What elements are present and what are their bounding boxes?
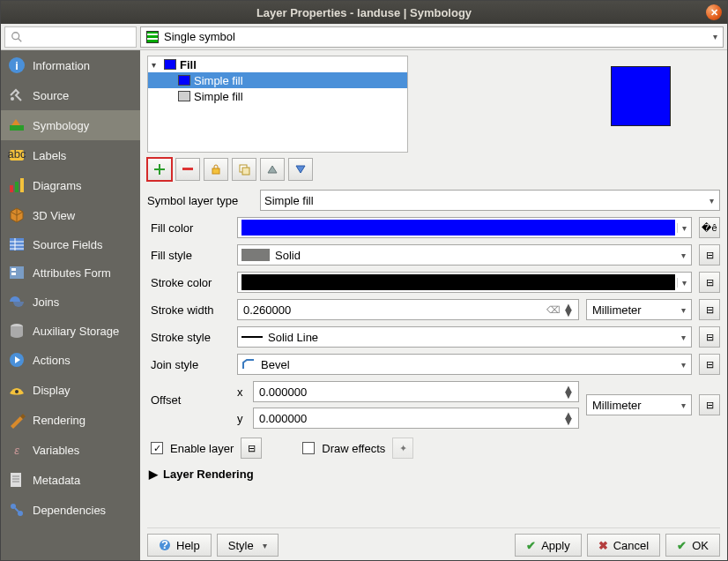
window-title: Layer Properties - landuse | Symbology	[256, 6, 472, 19]
offset-y-input[interactable]: ▲▼	[253, 408, 579, 429]
svg-rect-14	[11, 273, 16, 275]
svg-rect-22	[182, 168, 193, 170]
sidebar-item-labels[interactable]: abcLabels	[1, 140, 140, 170]
join-style-label: Join style	[147, 358, 230, 371]
svg-text:?: ?	[161, 539, 168, 551]
stroke-width-unit[interactable]: Millimeter	[586, 299, 692, 320]
stroke-style-label: Stroke style	[147, 331, 230, 344]
sidebar-item-label: Auxiliary Storage	[33, 325, 119, 337]
join-style-select[interactable]: Bevel	[237, 354, 692, 375]
diagrams-icon	[8, 176, 26, 194]
sidebar-item-rendering[interactable]: Rendering	[1, 405, 140, 435]
stroke-color-label: Stroke color	[147, 276, 230, 289]
svg-rect-25	[242, 168, 249, 175]
disclosure-icon: ▶	[149, 468, 158, 481]
source-fields-icon	[8, 236, 26, 253]
sidebar-item-metadata[interactable]: Metadata	[1, 465, 140, 495]
sidebar-item-source[interactable]: Source	[1, 80, 140, 110]
cancel-button[interactable]: ✖ Cancel	[587, 534, 660, 557]
svg-rect-5	[10, 125, 24, 131]
svg-text:abc: abc	[8, 147, 26, 161]
lock-layer-button[interactable]	[204, 158, 228, 181]
apply-button[interactable]: ✔ Apply	[515, 534, 582, 557]
sidebar-item-label: Variables	[33, 444, 79, 457]
data-defined-stroke-width[interactable]: ⊟	[699, 299, 720, 320]
fill-style-select[interactable]: Solid	[237, 244, 692, 266]
sidebar-item-label: Labels	[33, 149, 66, 162]
tree-root[interactable]: ▾Fill	[148, 56, 407, 72]
offset-x-input[interactable]: ▲▼	[253, 381, 579, 402]
data-defined-stroke-color[interactable]: ⊟	[699, 272, 720, 293]
sidebar-item-dependencies[interactable]: Dependencies	[1, 495, 140, 525]
sidebar-item-label: Joins	[33, 295, 59, 309]
sidebar-item-label: Metadata	[33, 474, 80, 487]
close-icon[interactable]: ✕	[706, 4, 722, 20]
titlebar: Layer Properties - landuse | Symbology ✕	[1, 1, 727, 24]
stroke-width-input[interactable]: ⌫ ▲▼	[237, 299, 579, 320]
sidebar-item-display[interactable]: Display	[1, 375, 140, 405]
remove-layer-button[interactable]	[175, 158, 200, 181]
add-layer-button[interactable]	[147, 158, 172, 181]
move-up-button[interactable]	[260, 158, 285, 181]
metadata-icon	[8, 471, 26, 489]
svg-rect-23	[212, 168, 219, 174]
sidebar-item-label: Rendering	[33, 414, 85, 427]
layer-rendering-header[interactable]: ▶ Layer Rendering	[147, 468, 720, 481]
ok-button[interactable]: ✔ OK	[665, 534, 720, 557]
data-defined-stroke-style[interactable]: ⊟	[699, 326, 720, 348]
symbol-mode-select[interactable]: Single symbol	[140, 26, 724, 48]
display-icon	[8, 381, 26, 399]
sidebar-item-label: Source	[33, 89, 69, 102]
symbol-mode-label: Single symbol	[164, 30, 235, 43]
rendering-icon	[8, 411, 26, 429]
fill-style-label: Fill style	[147, 249, 230, 262]
symbology-icon	[8, 116, 26, 134]
data-defined-join-style[interactable]: ⊟	[699, 354, 720, 375]
stroke-style-select[interactable]: Solid Line	[237, 326, 692, 348]
fill-color-select[interactable]: ▾	[237, 217, 692, 238]
sidebar-item-variables[interactable]: εVariables	[1, 435, 140, 465]
duplicate-layer-button[interactable]	[232, 158, 256, 181]
symbol-layer-tree[interactable]: ▾FillSimple fillSimple fill	[147, 56, 408, 153]
clear-icon[interactable]: ⌫	[545, 304, 562, 316]
style-button[interactable]: Style	[217, 534, 279, 557]
data-defined-fill-style[interactable]: ⊟	[699, 244, 720, 266]
labels-icon: abc	[8, 146, 26, 164]
sidebar-item-auxiliary-storage[interactable]: Auxiliary Storage	[1, 317, 140, 345]
search-input[interactable]	[4, 26, 137, 48]
sidebar-item-attributes-form[interactable]: Attributes Form	[1, 258, 140, 287]
data-defined-enable[interactable]: ⊟	[241, 438, 262, 459]
sidebar-item-3d-view[interactable]: 3D View	[1, 200, 140, 230]
information-icon: i	[8, 56, 26, 74]
tree-item[interactable]: Simple fill	[148, 88, 407, 104]
sidebar-item-label: Dependencies	[33, 504, 106, 517]
draw-effects-label: Draw effects	[322, 442, 385, 455]
symbol-layer-type-select[interactable]: Simple fill	[260, 190, 720, 211]
sidebar-item-diagrams[interactable]: Diagrams	[1, 170, 140, 200]
stroke-width-label: Stroke width	[147, 303, 230, 317]
help-button[interactable]: ? Help	[147, 534, 212, 557]
enable-layer-checkbox[interactable]: ✓	[151, 442, 163, 454]
offset-unit[interactable]: Millimeter	[586, 394, 692, 415]
sidebar-item-joins[interactable]: Joins	[1, 287, 140, 317]
sidebar-item-label: Display	[33, 384, 71, 397]
sidebar-item-information[interactable]: iInformation	[1, 50, 140, 80]
sidebar-item-symbology[interactable]: Symbology	[1, 110, 140, 140]
sidebar-item-source-fields[interactable]: Source Fields	[1, 230, 140, 258]
fill-color-label: Fill color	[147, 221, 230, 235]
svg-rect-8	[10, 185, 13, 192]
data-defined-fill-color[interactable]: �ê	[699, 217, 720, 238]
stroke-color-select[interactable]: ▾	[237, 272, 692, 293]
sidebar-item-actions[interactable]: Actions	[1, 345, 140, 375]
tree-item[interactable]: Simple fill	[148, 72, 407, 88]
offset-x-label: x	[237, 385, 246, 399]
draw-effects-settings[interactable]: ✦	[392, 438, 413, 459]
symbol-layer-type-label: Symbol layer type	[147, 194, 253, 207]
move-down-button[interactable]	[288, 158, 313, 181]
actions-icon	[8, 351, 26, 369]
sidebar-item-label: Attributes Form	[33, 267, 111, 279]
svg-point-0	[12, 32, 19, 39]
draw-effects-checkbox[interactable]	[302, 442, 315, 454]
data-defined-offset[interactable]: ⊟	[699, 394, 720, 415]
svg-point-4	[11, 97, 14, 101]
